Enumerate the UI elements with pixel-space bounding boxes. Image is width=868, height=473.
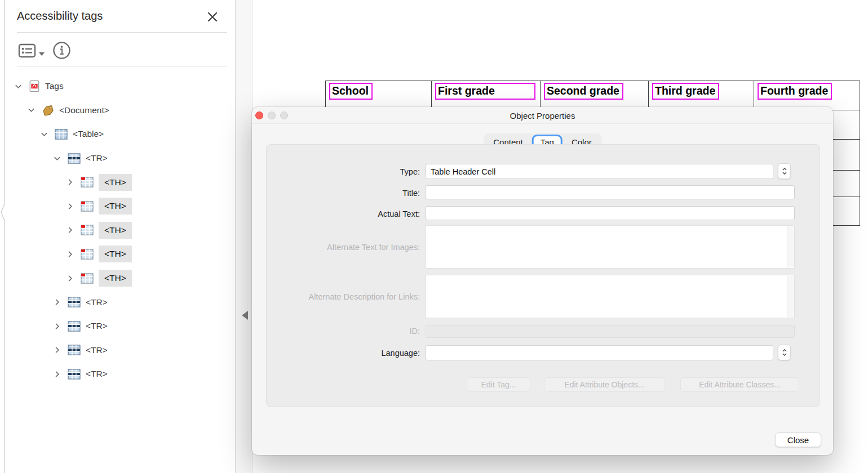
type-label: Type:	[274, 167, 420, 176]
tree-item-label: <TH>	[99, 222, 132, 239]
doc-table-header-cell[interactable]: Second grade	[541, 81, 649, 110]
tree-item-tags[interactable]: Tags	[0, 74, 236, 99]
title-label: Title:	[274, 189, 420, 198]
tree-item-label: <TR>	[86, 345, 108, 355]
dialog-title: Object Properties	[252, 111, 833, 121]
chevron-right-icon[interactable]	[66, 178, 74, 186]
info-icon[interactable]	[52, 41, 71, 60]
chevron-right-icon[interactable]	[53, 322, 61, 331]
language-stepper-icon[interactable]	[778, 345, 791, 360]
doc-table-header-cell[interactable]: First grade	[432, 81, 541, 110]
tagged-header-text[interactable]: Fourth grade	[758, 83, 832, 100]
alt-desc-links-label: Alternate Description for Links:	[274, 292, 420, 301]
tree-item-document[interactable]: <Document>	[0, 99, 236, 123]
panel-title: Accessibility tags	[17, 10, 103, 23]
tree-item-label: <TH>	[99, 270, 132, 287]
scrollbar	[787, 276, 794, 317]
pdf-icon	[29, 80, 40, 92]
doc-table-header-cell[interactable]: School	[326, 81, 432, 110]
tree-item-label: <Document>	[59, 105, 109, 115]
doc-table-header-cell[interactable]: Fourth grade	[754, 81, 860, 110]
tagged-header-text[interactable]: School	[329, 83, 373, 100]
tagged-header-text[interactable]: Second grade	[544, 83, 623, 100]
table-header-icon	[81, 225, 94, 235]
title-field[interactable]	[426, 185, 795, 199]
divider	[17, 66, 227, 66]
table-row-icon	[68, 369, 81, 380]
acrobat-window: Accessibility tags	[0, 0, 868, 473]
edit-attribute-classes-button: Edit Attribute Classes...	[680, 377, 799, 392]
id-field	[426, 325, 795, 338]
chevron-down-icon[interactable]	[53, 154, 61, 163]
tree-item-label: <TR>	[86, 321, 108, 331]
table-icon	[55, 129, 68, 140]
alt-desc-links-textarea	[426, 275, 795, 318]
tags-tree: Tags<Document><Table><TR><TH><TH><TH><TH…	[0, 74, 236, 386]
actual-text-field[interactable]	[426, 206, 795, 220]
tagged-header-text[interactable]: Third grade	[652, 83, 719, 100]
collapse-panel-icon[interactable]	[242, 311, 248, 320]
tree-item-label: <TH>	[99, 174, 132, 191]
tag-options-icon[interactable]	[18, 43, 36, 59]
chevron-down-icon[interactable]	[38, 48, 45, 53]
tree-item-tr[interactable]: <TR>	[0, 314, 236, 338]
tree-item-table[interactable]: <Table>	[0, 122, 236, 146]
chevron-right-icon[interactable]	[53, 346, 61, 354]
tree-item-tr[interactable]: <TR>	[0, 362, 236, 386]
tagged-header-text[interactable]: First grade	[435, 83, 535, 100]
language-label: Language:	[274, 349, 420, 358]
tree-item-label: <TH>	[99, 246, 132, 262]
tree-item-th[interactable]: <TH>	[0, 242, 236, 266]
table-header-icon	[81, 273, 94, 284]
tree-item-th[interactable]: <TH>	[0, 218, 236, 243]
chevron-right-icon[interactable]	[66, 274, 74, 283]
chevron-down-icon[interactable]	[14, 82, 23, 91]
language-field[interactable]	[426, 345, 773, 360]
panel-splitter[interactable]	[236, 0, 253, 473]
tree-item-label: <TH>	[99, 198, 132, 215]
type-combobox[interactable]	[426, 164, 773, 179]
chevron-right-icon[interactable]	[66, 226, 74, 234]
tree-item-th[interactable]: <TH>	[0, 266, 236, 291]
id-label: ID:	[274, 327, 420, 336]
divider	[17, 32, 227, 33]
scrollbar	[787, 226, 794, 267]
table-row-icon	[68, 297, 81, 307]
table-header-icon	[81, 201, 94, 212]
alt-text-images-label: Alternate Text for Images:	[274, 243, 420, 252]
tree-item-label: <TR>	[86, 297, 108, 307]
alt-text-images-textarea	[426, 225, 795, 269]
chevron-right-icon[interactable]	[66, 202, 74, 211]
chevron-right-icon[interactable]	[53, 298, 61, 306]
object-properties-dialog: Object Properties ContentTagColor Type: …	[252, 107, 833, 455]
chevron-down-icon[interactable]	[27, 106, 36, 114]
chevron-down-icon[interactable]	[40, 130, 48, 139]
table-header-icon	[81, 249, 94, 260]
tree-item-label: <TR>	[86, 153, 108, 163]
tree-item-label: Tags	[45, 81, 64, 91]
type-stepper-icon[interactable]	[778, 163, 791, 179]
close-icon[interactable]	[206, 11, 219, 23]
tree-item-th[interactable]: <TH>	[0, 170, 236, 194]
table-row-icon	[68, 321, 81, 332]
tree-item-label: <Table>	[73, 129, 104, 139]
doc-table-header-cell[interactable]: Third grade	[649, 81, 754, 110]
tree-item-tr[interactable]: <TR>	[0, 338, 236, 363]
edit-tag-button: Edit Tag...	[467, 377, 530, 392]
chevron-right-icon[interactable]	[66, 250, 74, 258]
tree-item-th[interactable]: <TH>	[0, 194, 236, 218]
chevron-right-icon[interactable]	[53, 370, 61, 378]
edit-attribute-objects-button: Edit Attribute Objects...	[544, 377, 665, 392]
tag-icon	[42, 105, 54, 116]
table-row-icon	[68, 153, 81, 164]
accessibility-tags-panel: Accessibility tags	[0, 0, 236, 473]
dialog-titlebar: Object Properties	[252, 107, 833, 124]
tree-item-tr[interactable]: <TR>	[0, 146, 236, 171]
tree-item-label: <TR>	[86, 369, 108, 379]
table-header-icon	[81, 177, 94, 188]
table-row-icon	[68, 345, 81, 355]
tree-item-tr[interactable]: <TR>	[0, 290, 236, 314]
actual-text-label: Actual Text:	[274, 209, 420, 218]
close-button[interactable]: Close	[775, 432, 821, 447]
